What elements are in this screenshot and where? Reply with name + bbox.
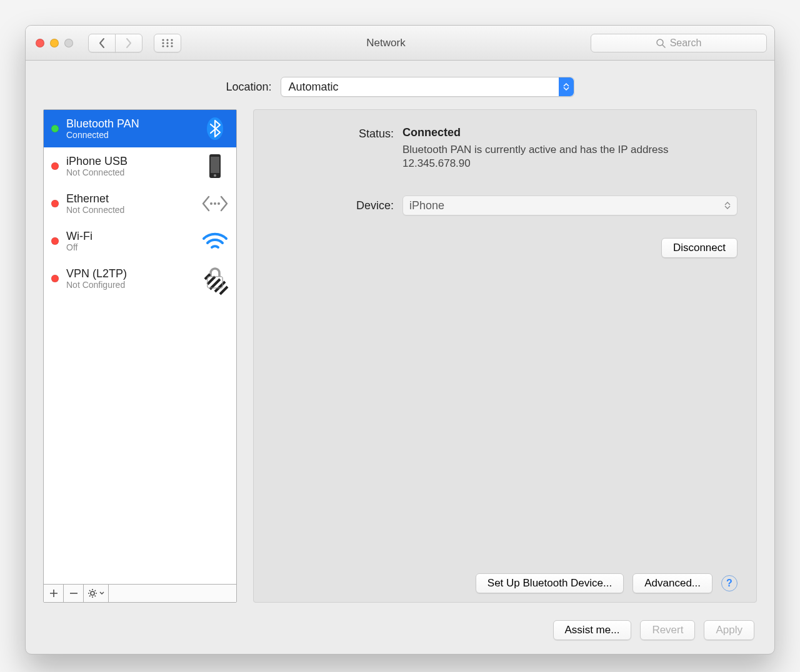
disconnect-button[interactable]: Disconnect: [661, 238, 738, 258]
sidebar-item-label: VPN (L2TP): [66, 267, 201, 280]
sidebar-item-label: Wi-Fi: [66, 230, 201, 242]
network-preferences-window: Network Search Location: Automatic Bluet…: [25, 25, 775, 655]
chevron-left-icon: [99, 38, 105, 48]
device-label: Device:: [272, 199, 402, 212]
svg-point-7: [166, 45, 168, 47]
status-dot-icon: [51, 162, 59, 170]
setup-bluetooth-button[interactable]: Set Up Bluetooth Device...: [476, 573, 624, 593]
svg-point-5: [171, 42, 172, 44]
grid-icon: [162, 39, 173, 47]
location-row: Location: Automatic: [26, 61, 774, 109]
device-select[interactable]: iPhone: [402, 195, 738, 215]
vpn-lock-icon: [201, 266, 229, 291]
ethernet-icon: [201, 191, 229, 216]
svg-point-1: [166, 39, 168, 41]
updown-icon: [559, 77, 574, 96]
svg-line-27: [94, 596, 96, 597]
interface-list: Bluetooth PAN Connected iPhone USB Not C…: [44, 110, 236, 584]
location-label: Location:: [226, 81, 271, 94]
sidebar-item-sub: Not Configured: [66, 280, 201, 290]
plus-icon: [50, 590, 58, 597]
sidebar-footer: [44, 584, 236, 602]
advanced-button[interactable]: Advanced...: [632, 573, 712, 593]
svg-point-2: [171, 39, 172, 41]
location-value: Automatic: [281, 81, 559, 94]
add-interface-button[interactable]: [44, 585, 64, 602]
svg-line-29: [94, 590, 96, 591]
wifi-icon: [201, 229, 229, 254]
status-description: Bluetooth PAN is currently active and ha…: [402, 143, 690, 170]
sidebar-item-ethernet[interactable]: Ethernet Not Connected: [44, 185, 236, 222]
updown-icon: [724, 202, 731, 209]
svg-point-6: [162, 45, 164, 47]
apply-button: Apply: [704, 620, 754, 640]
assist-me-button[interactable]: Assist me...: [553, 620, 632, 640]
svg-point-3: [162, 42, 164, 44]
status-dot-icon: [51, 237, 59, 245]
svg-line-10: [662, 45, 665, 47]
status-dot-icon: [51, 200, 59, 207]
sidebar-item-bluetooth-pan[interactable]: Bluetooth PAN Connected: [44, 110, 236, 147]
show-all-button[interactable]: [154, 34, 181, 52]
status-dot-icon: [51, 275, 59, 282]
svg-point-15: [210, 202, 212, 205]
back-button[interactable]: [88, 34, 116, 52]
sidebar-item-label: Ethernet: [66, 192, 201, 205]
iphone-icon: [201, 154, 229, 179]
sidebar-item-sub: Connected: [66, 130, 201, 140]
svg-line-26: [89, 590, 91, 591]
svg-point-21: [91, 591, 94, 595]
sidebar-item-label: Bluetooth PAN: [66, 117, 201, 130]
gear-icon: [88, 588, 98, 598]
svg-rect-13: [211, 157, 219, 173]
close-window-button[interactable]: [36, 39, 44, 47]
search-placeholder: Search: [670, 37, 702, 49]
sidebar-footer-spacer: [109, 585, 236, 602]
sidebar-item-label: iPhone USB: [66, 155, 201, 167]
forward-button: [115, 34, 142, 52]
remove-interface-button[interactable]: [64, 585, 84, 602]
svg-line-28: [89, 596, 91, 597]
sidebar-item-vpn[interactable]: VPN (L2TP) Not Configured: [44, 260, 236, 297]
search-field[interactable]: Search: [591, 34, 767, 52]
window-title: Network: [186, 37, 586, 49]
minimize-window-button[interactable]: [50, 39, 59, 47]
status-label: Status:: [272, 126, 402, 141]
bluetooth-icon: [201, 116, 229, 141]
sidebar-item-sub: Off: [66, 242, 201, 252]
sidebar-item-sub: Not Connected: [66, 167, 201, 177]
svg-point-14: [214, 174, 216, 177]
search-icon: [656, 39, 665, 47]
revert-button: Revert: [640, 620, 695, 640]
status-value: Connected: [402, 126, 738, 139]
minus-icon: [70, 590, 78, 597]
traffic-lights: [36, 39, 73, 47]
sidebar-item-sub: Not Connected: [66, 205, 201, 215]
svg-point-17: [218, 202, 220, 205]
window-footer: Assist me... Revert Apply: [26, 610, 774, 654]
titlebar: Network Search: [26, 26, 774, 61]
sidebar-item-wifi[interactable]: Wi-Fi Off: [44, 222, 236, 260]
status-dot-icon: [51, 125, 59, 132]
interface-actions-button[interactable]: [84, 585, 109, 602]
zoom-window-button: [64, 39, 73, 47]
svg-point-16: [214, 202, 216, 205]
details-panel: Status: Connected Bluetooth PAN is curre…: [253, 109, 757, 603]
help-button[interactable]: ?: [721, 575, 738, 591]
svg-point-0: [162, 39, 164, 41]
sidebar-item-iphone-usb[interactable]: iPhone USB Not Connected: [44, 147, 236, 185]
svg-point-4: [166, 42, 168, 44]
svg-point-8: [171, 45, 172, 47]
chevron-down-icon: [99, 591, 104, 595]
device-value: iPhone: [409, 199, 444, 212]
chevron-right-icon: [126, 38, 132, 48]
interface-sidebar: Bluetooth PAN Connected iPhone USB Not C…: [43, 109, 237, 603]
location-select[interactable]: Automatic: [281, 77, 574, 97]
